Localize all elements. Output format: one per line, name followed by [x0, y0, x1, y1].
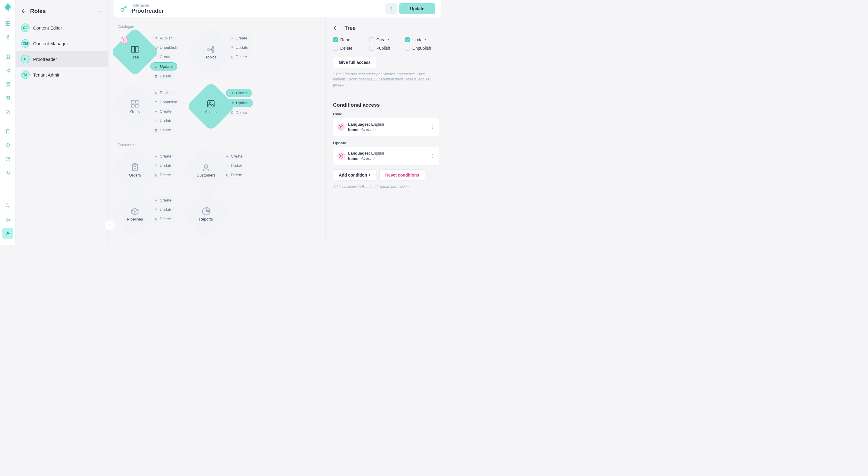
- pill-delete[interactable]: Delete: [150, 72, 176, 80]
- role-name: Tenant Admin: [33, 72, 61, 77]
- permission-checks: Read Create Update Delete Publish Unpubl…: [333, 37, 439, 51]
- diamond-label: Topics: [205, 55, 216, 59]
- svg-point-39: [432, 127, 433, 127]
- check-update[interactable]: Update: [405, 37, 439, 42]
- svg-point-37: [340, 126, 342, 128]
- svg-rect-28: [132, 101, 134, 103]
- rail-plug-icon[interactable]: [2, 32, 13, 43]
- svg-point-38: [432, 125, 433, 126]
- panel-back-icon[interactable]: [333, 25, 340, 31]
- condition-card-update: Languages: English Items: All items: [333, 147, 439, 165]
- check-delete[interactable]: Delete: [333, 46, 367, 51]
- pill-create[interactable]: Create: [150, 196, 176, 204]
- add-role-icon[interactable]: [97, 8, 103, 14]
- svg-point-21: [391, 8, 392, 9]
- more-button[interactable]: [385, 3, 397, 14]
- rail-clipboard-icon[interactable]: [2, 126, 13, 137]
- check-unpublish[interactable]: Unpublish: [405, 46, 439, 51]
- svg-point-25: [213, 46, 214, 47]
- section-catalogue: Catalogue: [118, 25, 316, 29]
- ca-update-label: Update: [333, 141, 439, 145]
- perm-block-reports: Reports: [189, 196, 224, 231]
- pill-delete[interactable]: Delete: [150, 126, 176, 134]
- svg-point-23: [124, 40, 125, 41]
- canvas-prev-button[interactable]: [104, 220, 115, 231]
- diamond-label: Pipelines: [127, 217, 143, 221]
- svg-rect-1: [8, 21, 10, 23]
- svg-point-22: [391, 10, 392, 10]
- perm-block-assets: Assets Create Update Delete: [193, 89, 253, 134]
- checkbox-icon: [405, 46, 410, 51]
- rail-topics-icon[interactable]: [2, 65, 13, 76]
- svg-point-18: [7, 232, 8, 234]
- svg-rect-8: [8, 83, 10, 84]
- checkbox-icon: [405, 37, 410, 42]
- rail-book-icon[interactable]: [2, 51, 13, 62]
- checkbox-icon: [369, 46, 374, 51]
- role-label: Role name: [131, 3, 164, 7]
- role-item[interactable]: PProofreader: [16, 51, 108, 67]
- diamond-label: Orders: [129, 172, 141, 177]
- rail-image-icon[interactable]: [2, 93, 13, 104]
- rail-language-icon[interactable]: [2, 214, 13, 225]
- topics-icon: [206, 44, 216, 54]
- rail-box-icon[interactable]: [2, 140, 13, 151]
- pill-update[interactable]: Update: [150, 117, 177, 124]
- role-avatar: CM: [21, 39, 30, 47]
- add-condition-button[interactable]: Add condition +: [333, 169, 376, 181]
- book-icon: [130, 44, 140, 54]
- role-item[interactable]: CEContent Editor: [16, 20, 108, 36]
- svg-point-17: [6, 204, 9, 207]
- full-access-button[interactable]: Give full access: [333, 57, 376, 68]
- svg-rect-9: [6, 85, 7, 87]
- role-avatar: TA: [21, 70, 30, 79]
- rail-grid-icon[interactable]: [2, 79, 13, 90]
- right-panel: Tree Read Create Update Delete Publish U…: [326, 18, 446, 245]
- diamond-label: Tree: [131, 55, 139, 59]
- svg-point-19: [121, 8, 124, 11]
- reset-conditions-button[interactable]: Reset conditions: [379, 169, 425, 181]
- diamond-reports[interactable]: Reports: [181, 189, 231, 239]
- back-icon[interactable]: [21, 8, 27, 14]
- role-item[interactable]: TATenant Admin: [16, 67, 108, 83]
- pill-create[interactable]: Create: [150, 153, 176, 160]
- pill-create[interactable]: Create: [226, 89, 252, 97]
- header-card: Role name Proofreader Update: [114, 0, 441, 18]
- svg-rect-10: [8, 85, 10, 87]
- check-read[interactable]: Read: [333, 37, 367, 42]
- condition-menu-icon[interactable]: [430, 154, 435, 158]
- rail-dashboard-icon[interactable]: [2, 18, 13, 29]
- user-icon: [201, 162, 211, 172]
- icon-rail: [0, 0, 16, 245]
- pill-create[interactable]: Create: [226, 34, 252, 42]
- svg-rect-31: [136, 104, 138, 107]
- sidebar-title: Roles: [30, 8, 97, 14]
- panel-title: Tree: [344, 25, 355, 31]
- perm-block-customers: Customers Create Update Delete: [189, 153, 248, 187]
- rail-settings-icon[interactable]: [2, 228, 13, 239]
- pill-publish[interactable]: Publish: [150, 89, 177, 96]
- svg-rect-3: [8, 24, 10, 26]
- svg-point-44: [432, 157, 433, 158]
- pill-update[interactable]: Update: [150, 62, 177, 70]
- svg-point-20: [391, 7, 392, 8]
- check-create[interactable]: Create: [369, 37, 403, 42]
- condition-menu-icon[interactable]: [430, 125, 435, 130]
- diamond-label: Assets: [205, 109, 217, 114]
- update-button[interactable]: Update: [399, 3, 435, 14]
- rail-search-icon[interactable]: [2, 200, 13, 211]
- rail-users-icon[interactable]: [2, 167, 13, 178]
- svg-point-42: [432, 154, 433, 155]
- svg-point-40: [432, 128, 433, 129]
- pill-create[interactable]: Create: [221, 153, 247, 160]
- svg-point-26: [213, 49, 214, 50]
- check-publish[interactable]: Publish: [369, 46, 403, 51]
- key-icon: [119, 4, 128, 13]
- rail-discount-icon[interactable]: [2, 107, 13, 118]
- svg-point-41: [340, 155, 342, 157]
- rail-chart-icon[interactable]: [2, 154, 13, 164]
- svg-point-24: [208, 49, 209, 50]
- svg-rect-7: [6, 83, 7, 84]
- pill-publish[interactable]: Publish: [150, 34, 177, 42]
- role-item[interactable]: CMContent Manager: [16, 36, 108, 51]
